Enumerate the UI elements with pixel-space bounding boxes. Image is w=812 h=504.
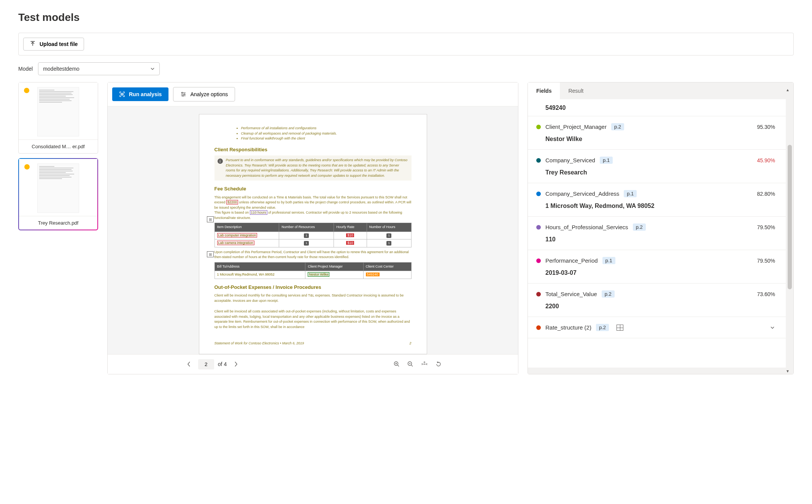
thumbnail-preview <box>37 87 79 136</box>
scroll-up-icon[interactable]: ▲ <box>786 88 790 92</box>
field-color-dot <box>536 258 541 263</box>
field-row-rate-structure[interactable]: Rate_structure (2) p.2 <box>528 317 786 338</box>
svg-point-5 <box>424 362 425 363</box>
doc-table-billto: Bill To/Address Client Project Manager C… <box>215 262 412 279</box>
highlight-costcenter: 549240 <box>366 273 380 276</box>
field-page-badge: p.2 <box>633 223 646 231</box>
field-page-badge: p.1 <box>602 257 615 264</box>
cell-value: 1 <box>304 233 308 238</box>
th: Item Description <box>215 223 279 232</box>
model-label: Model <box>18 66 33 72</box>
field-value: 110 <box>545 236 775 243</box>
th: Hourly Rate <box>334 223 367 232</box>
field-value: Nestor Wilke <box>545 136 775 143</box>
document-scroll-area[interactable]: Performance of all installations and con… <box>108 106 518 354</box>
document-viewer: Run analysis Analyze options Performance… <box>107 82 518 374</box>
file-card-trey-research[interactable]: Trey Research.pdf <box>18 158 98 230</box>
upload-test-file-button[interactable]: Upload test file <box>23 38 84 51</box>
doc-bullet: Final functional walkthrough with the cl… <box>241 136 412 141</box>
page-title: Test models <box>18 11 794 24</box>
tab-result[interactable]: Result <box>560 82 592 99</box>
prev-page-button[interactable] <box>184 360 194 369</box>
table-icon <box>617 325 623 331</box>
upload-icon <box>30 41 36 47</box>
next-page-button[interactable] <box>230 360 241 369</box>
field-row[interactable]: Hours_of_Professional_Serviecsp.279.50%1… <box>528 217 786 250</box>
viewer-toolbar: Run analysis Analyze options <box>108 82 518 106</box>
sliders-icon <box>180 91 186 97</box>
cell-value: $10 <box>346 241 354 245</box>
th: Bill To/Address <box>215 262 305 271</box>
table-marker-icon[interactable]: ⊞ <box>207 251 214 257</box>
fit-view-button[interactable] <box>421 361 428 368</box>
table-marker-icon[interactable]: ⊞ <box>207 216 214 222</box>
doc-heading-oop: Out-of-Pocket Expenses / Invoice Procedu… <box>215 284 412 291</box>
field-page-badge: p.2 <box>602 290 615 298</box>
chevron-down-icon[interactable] <box>770 325 775 330</box>
document-page: Performance of all installations and con… <box>199 114 427 354</box>
field-confidence: 79.50% <box>757 224 775 230</box>
file-card-consolidated[interactable]: Consolidated M… er.pdf <box>18 82 98 154</box>
run-analysis-button[interactable]: Run analysis <box>112 87 168 101</box>
cell-value: 1 <box>304 241 308 246</box>
fields-list[interactable]: 549240 Client_Project_Managerp.295.30%Ne… <box>528 99 793 368</box>
field-row[interactable]: Company_Serviced_Addressp.182.80%1 Micro… <box>528 183 786 217</box>
footer-left: Statement of Work for Contoso Electronic… <box>215 341 304 346</box>
scrollbar-thumb[interactable] <box>788 145 792 289</box>
doc-body-text: This engagement will be conducted on a T… <box>215 195 412 211</box>
field-name-label: Hours_of_Professional_Serviecs <box>545 224 628 230</box>
analyze-options-button[interactable]: Analyze options <box>173 87 235 101</box>
zoom-in-button[interactable] <box>393 361 400 368</box>
page-of-label: of 4 <box>218 361 227 367</box>
analyze-options-label: Analyze options <box>190 91 228 97</box>
field-value: 2019-03-07 <box>545 269 775 276</box>
field-value: 2200 <box>545 303 775 310</box>
rotate-button[interactable] <box>435 361 442 368</box>
tab-fields[interactable]: Fields <box>528 82 560 99</box>
field-confidence: 73.60% <box>757 291 775 297</box>
field-row[interactable]: Performance_Periodp.179.50%2019-03-07 <box>528 250 786 284</box>
field-name-label: Rate_structure (2) <box>545 324 591 331</box>
cell-value: $10 <box>346 233 354 237</box>
results-tabs: Fields Result ▲ <box>528 82 793 99</box>
zoom-out-button[interactable] <box>407 361 414 368</box>
doc-info-band: i Pursuant to and in conformance with an… <box>215 155 412 181</box>
svg-point-1 <box>184 94 185 95</box>
file-thumb <box>19 82 98 139</box>
doc-bullet: Performance of all installations and con… <box>241 126 412 131</box>
field-confidence: 82.80% <box>757 191 775 197</box>
field-page-badge: p.2 <box>611 123 624 130</box>
upload-bar: Upload test file <box>18 33 794 55</box>
field-color-dot <box>536 192 541 196</box>
scroll-down-icon[interactable]: ▼ <box>528 368 793 374</box>
field-row[interactable]: Client_Project_Managerp.295.30%Nestor Wi… <box>528 116 786 150</box>
model-selected-value: modeltestdemo <box>43 66 79 72</box>
field-row[interactable]: Company_Servicedp.145.90%Trey Research <box>528 150 786 183</box>
th: Number of Hours <box>367 223 411 232</box>
page-number-input[interactable] <box>198 359 214 369</box>
chevron-down-icon <box>150 67 155 71</box>
doc-bullet: Cleanup of all workspaces and removal of… <box>241 131 412 136</box>
upload-button-label: Upload test file <box>40 41 78 47</box>
field-row[interactable]: Total_Service_Valuep.273.60%2200 <box>528 284 786 317</box>
scrollbar-track[interactable] <box>786 99 793 368</box>
field-page-badge: p.2 <box>596 324 609 331</box>
doc-body-text: Pursuant to and in conformance with any … <box>226 158 408 178</box>
status-dot-icon <box>24 164 30 170</box>
doc-body-text: Upon completion of this Performance Peri… <box>215 250 412 260</box>
info-icon: i <box>218 158 223 164</box>
field-row-top-value: 549240 <box>528 99 786 116</box>
svg-point-0 <box>182 92 183 94</box>
results-panel: Fields Result ▲ 549240 Client_Project_Ma… <box>528 82 794 374</box>
paging-controls: of 4 <box>184 359 241 369</box>
cell-value: 1 <box>386 241 391 246</box>
highlight-hours: 110 hours <box>250 210 267 215</box>
field-name-label: Client_Project_Manager <box>545 124 607 130</box>
field-color-dot <box>536 125 541 129</box>
highlight-total-value: $2200 <box>226 200 238 204</box>
doc-table-rate-structure: Item Description Number of Resources Hou… <box>215 223 412 247</box>
doc-heading-fee-schedule: Fee Schedule <box>215 185 412 193</box>
status-dot-icon <box>24 88 29 93</box>
model-select[interactable]: modeltestdemo <box>38 62 160 75</box>
th: Client Cost Center <box>363 262 411 271</box>
